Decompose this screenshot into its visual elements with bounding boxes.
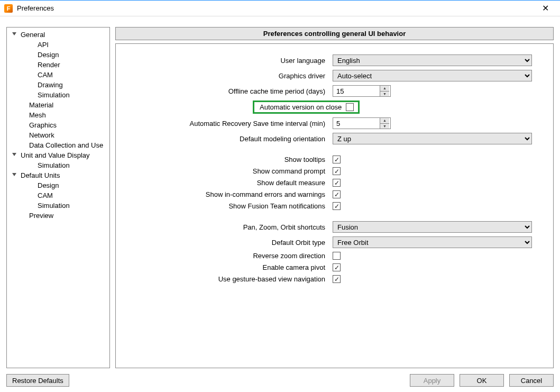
spinner-down-icon[interactable]: ▼ xyxy=(380,92,389,97)
nav-item[interactable]: Network xyxy=(8,130,108,140)
nav-item[interactable]: Mesh xyxy=(8,110,108,120)
cancel-button[interactable]: Cancel xyxy=(509,374,554,387)
label-default-orientation: Default modeling orientation xyxy=(126,135,327,143)
app-icon: F xyxy=(4,4,13,13)
label-enable-camera-pivot: Enable camera pivot xyxy=(126,263,327,271)
close-icon[interactable]: ✕ xyxy=(535,3,556,13)
spinner-auto-recovery[interactable]: ▲ ▼ xyxy=(333,117,391,129)
label-reverse-zoom: Reverse zoom direction xyxy=(126,252,327,260)
nav-tree: GeneralAPIDesignRenderCAMDrawingSimulati… xyxy=(6,27,110,368)
input-offline-cache[interactable] xyxy=(333,86,380,96)
spinner-down-icon[interactable]: ▼ xyxy=(380,124,389,129)
nav-item[interactable]: Preview xyxy=(8,211,108,221)
label-auto-version-close: Automatic version on close xyxy=(260,103,342,111)
checkbox-auto-version-close[interactable] xyxy=(346,103,354,111)
checkbox-show-cmd-prompt[interactable]: ✓ xyxy=(333,167,341,175)
select-default-orbit[interactable]: Free Orbit xyxy=(333,236,532,248)
settings-panel: User language English Graphics driver Au… xyxy=(115,43,554,368)
select-graphics-driver[interactable]: Auto-select xyxy=(333,70,532,81)
ok-button[interactable]: OK xyxy=(460,374,504,387)
nav-item[interactable]: Render xyxy=(8,60,108,70)
label-show-incmd-errors: Show in-command errors and warnings xyxy=(126,190,327,198)
checkbox-show-incmd-errors[interactable]: ✓ xyxy=(333,190,341,198)
apply-button[interactable]: Apply xyxy=(410,374,454,387)
select-user-language[interactable]: English xyxy=(333,54,532,66)
checkbox-show-tooltips[interactable]: ✓ xyxy=(333,156,341,163)
panel-banner: Preferences controlling general UI behav… xyxy=(115,27,554,40)
checkbox-enable-camera-pivot[interactable]: ✓ xyxy=(333,263,341,271)
label-graphics-driver: Graphics driver xyxy=(126,72,327,80)
titlebar: F Preferences ✕ xyxy=(0,1,560,16)
nav-item[interactable]: Simulation xyxy=(8,90,108,100)
label-show-tooltips: Show tooltips xyxy=(126,156,327,163)
checkbox-show-default-measure[interactable]: ✓ xyxy=(333,179,341,187)
label-offline-cache: Offline cache time period (days) xyxy=(126,87,327,95)
nav-item[interactable]: CAM xyxy=(8,190,108,200)
nav-item[interactable]: Data Collection and Use xyxy=(8,140,108,150)
nav-item[interactable]: Simulation xyxy=(8,160,108,170)
window-title: Preferences xyxy=(17,4,535,12)
checkbox-show-fusion-team[interactable]: ✓ xyxy=(333,202,341,210)
label-show-fusion-team: Show Fusion Team notifications xyxy=(126,202,327,210)
spinner-buttons[interactable]: ▲ ▼ xyxy=(380,118,389,129)
nav-item[interactable]: Design xyxy=(8,50,108,60)
select-pan-zoom-orbit[interactable]: Fusion xyxy=(333,221,532,233)
label-user-language: User language xyxy=(126,57,327,65)
nav-item[interactable]: Material xyxy=(8,100,108,110)
spinner-offline-cache[interactable]: ▲ ▼ xyxy=(333,85,391,97)
nav-item[interactable]: API xyxy=(8,40,108,50)
nav-item[interactable]: Unit and Value Display xyxy=(8,150,108,160)
label-show-cmd-prompt: Show command prompt xyxy=(126,167,327,175)
label-pan-zoom-orbit: Pan, Zoom, Orbit shortcuts xyxy=(126,223,327,231)
nav-item[interactable]: Drawing xyxy=(8,80,108,90)
spinner-up-icon[interactable]: ▲ xyxy=(380,118,389,124)
label-show-default-measure: Show default measure xyxy=(126,179,327,187)
select-default-orientation[interactable]: Z up xyxy=(333,133,532,144)
input-auto-recovery[interactable] xyxy=(333,118,380,129)
spinner-up-icon[interactable]: ▲ xyxy=(380,86,389,92)
label-auto-recovery: Automatic Recovery Save time interval (m… xyxy=(126,120,327,127)
restore-defaults-button[interactable]: Restore Defaults xyxy=(6,374,69,387)
label-default-orbit: Default Orbit type xyxy=(126,239,327,247)
checkbox-gesture-nav[interactable]: ✓ xyxy=(333,275,341,283)
nav-item[interactable]: Simulation xyxy=(8,200,108,211)
nav-item[interactable]: Graphics xyxy=(8,120,108,130)
checkbox-reverse-zoom[interactable] xyxy=(333,252,341,260)
label-gesture-nav: Use gesture-based view navigation xyxy=(126,275,327,283)
highlight-auto-version: Automatic version on close xyxy=(253,101,360,114)
nav-item[interactable]: Default Units xyxy=(8,170,108,180)
nav-item[interactable]: Design xyxy=(8,180,108,190)
nav-item[interactable]: General xyxy=(8,30,108,40)
spinner-buttons[interactable]: ▲ ▼ xyxy=(380,86,389,96)
nav-item[interactable]: CAM xyxy=(8,70,108,80)
